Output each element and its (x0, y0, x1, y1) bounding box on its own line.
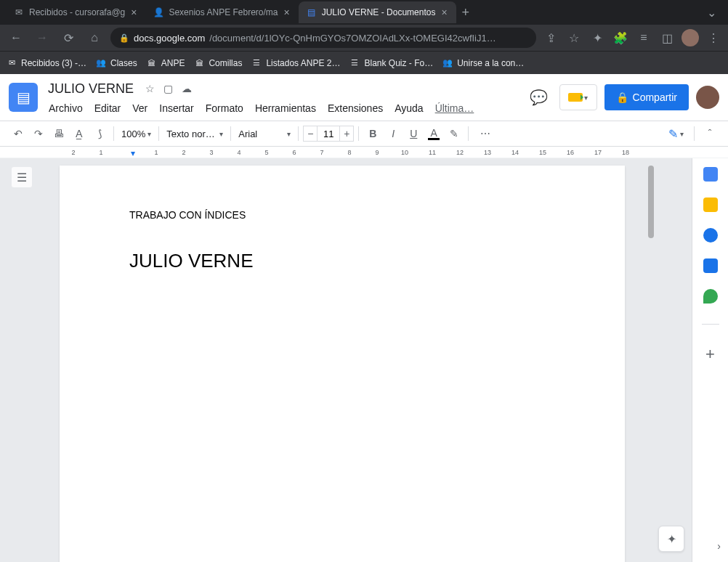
menu-insertar[interactable]: Insertar (154, 99, 198, 117)
close-icon[interactable]: × (283, 7, 291, 18)
extension-icon[interactable]: ✦ (589, 29, 606, 46)
horizontal-ruler[interactable]: ▾ 2 1 1 2 3 4 5 6 7 8 9 10 11 12 13 14 1… (0, 147, 728, 158)
teams-icon: 👥 (442, 57, 453, 69)
browser-tab-active[interactable]: ▤ JULIO VERNE - Documentos × (299, 1, 456, 23)
menu-editar[interactable]: Editar (89, 99, 126, 117)
menu-ver[interactable]: Ver (127, 99, 153, 117)
menu-ayuda[interactable]: Ayuda (389, 99, 428, 117)
print-button[interactable]: 🖶 (49, 124, 68, 143)
menu-formato[interactable]: Formato (201, 99, 248, 117)
italic-button[interactable]: I (384, 124, 403, 143)
document-scroll-area[interactable]: TRABAJO CON ÍNDICES JULIO VERNE (44, 158, 692, 562)
calendar-icon[interactable] (703, 167, 718, 182)
document-heading[interactable]: JULIO VERNE (129, 250, 555, 272)
back-button[interactable]: ← (6, 28, 26, 48)
kebab-menu-icon[interactable]: ⋮ (705, 29, 722, 46)
font-size-input[interactable] (318, 126, 339, 142)
close-icon[interactable]: × (129, 7, 138, 18)
menu-archivo[interactable]: Archivo (44, 99, 88, 117)
meet-button[interactable]: ▾ (559, 84, 597, 110)
tasks-icon[interactable] (703, 228, 718, 243)
menu-herramientas[interactable]: Herramientas (250, 99, 321, 117)
star-icon[interactable]: ☆ (565, 29, 583, 46)
font-select[interactable]: Arial▾ (235, 124, 294, 143)
zoom-value: 100% (121, 129, 145, 139)
tabs-dropdown-icon[interactable]: ⌄ (701, 6, 722, 20)
indent-marker-icon[interactable]: ▾ (131, 148, 135, 158)
explore-button[interactable]: ✦ (658, 526, 684, 552)
ruler-tick: 7 (308, 149, 336, 156)
account-avatar[interactable] (696, 86, 719, 109)
zoom-select[interactable]: 100%▾ (118, 124, 154, 143)
redo-button[interactable]: ↷ (29, 124, 48, 143)
increase-font-button[interactable]: + (339, 126, 354, 142)
menu-extensiones[interactable]: Extensiones (323, 99, 388, 117)
last-edit-link[interactable]: Última… (430, 99, 480, 117)
highlight-color-button[interactable]: ✎ (445, 124, 464, 143)
bookmark-item[interactable]: 🏛ANPE (146, 57, 185, 69)
home-button[interactable]: ⌂ (84, 28, 105, 48)
spellcheck-button[interactable]: A̲ (70, 124, 89, 143)
lock-icon: 🔒 (616, 91, 628, 103)
contacts-icon[interactable] (703, 258, 718, 273)
document-page[interactable]: TRABAJO CON ÍNDICES JULIO VERNE (60, 166, 625, 562)
collapse-toolbar-button[interactable]: ˆ (700, 124, 719, 143)
document-text[interactable]: TRABAJO CON ÍNDICES (129, 209, 555, 221)
sidepanel-icon[interactable]: ◫ (658, 29, 676, 46)
chevron-down-icon: ▾ (287, 130, 291, 138)
move-folder-icon[interactable]: ▢ (162, 81, 174, 96)
ruler-tick: 14 (501, 149, 529, 156)
paragraph-style-select[interactable]: Texto norm…▾ (163, 124, 226, 143)
cloud-save-icon[interactable]: ☁ (180, 81, 193, 96)
left-panel: ☰ (0, 158, 44, 562)
bookmark-item[interactable]: ✉Recibidos (3) -… (6, 57, 86, 69)
ruler-tick: 11 (418, 149, 446, 156)
bold-button[interactable]: B (363, 124, 382, 143)
underline-button[interactable]: U (404, 124, 423, 143)
font-value: Arial (238, 129, 257, 139)
editing-mode-button[interactable]: ✎▾ (664, 127, 688, 141)
share-button[interactable]: 🔒 Compartir (604, 84, 689, 110)
bookmark-item[interactable]: ☰Blank Quiz - Fo… (349, 57, 433, 69)
browser-tab[interactable]: ✉ Recibidos - cursorafa@g × (6, 1, 145, 23)
paint-format-button[interactable]: ⟆ (90, 124, 109, 143)
ruler-tick: 8 (336, 149, 363, 156)
outline-toggle-button[interactable]: ☰ (12, 167, 32, 187)
star-icon[interactable]: ☆ (144, 81, 156, 96)
document-title[interactable]: JULIO VERNE (44, 80, 138, 98)
keep-icon[interactable] (703, 197, 718, 212)
docs-home-button[interactable]: ▤ (9, 83, 38, 112)
profile-avatar[interactable] (682, 29, 699, 46)
undo-button[interactable]: ↶ (9, 124, 28, 143)
bookmark-item[interactable]: 👥Unirse a la con… (442, 57, 524, 69)
document-container: ☰ TRABAJO CON ÍNDICES JULIO VERNE + ✦ › (0, 158, 728, 562)
extensions-icon[interactable]: 🧩 (612, 29, 629, 46)
bookmark-item[interactable]: 🏛Comillas (193, 57, 242, 69)
reader-icon[interactable]: ≡ (635, 29, 652, 46)
comments-button[interactable]: 💬 (526, 84, 552, 110)
ruler-tick: 12 (446, 149, 474, 156)
bookmark-label: Clases (110, 58, 137, 68)
ruler-tick: 2 (170, 149, 198, 156)
close-icon[interactable]: × (440, 7, 448, 18)
reload-button[interactable]: ⟳ (58, 28, 78, 48)
scrollbar-thumb[interactable] (648, 166, 654, 238)
share-icon[interactable]: ⇪ (542, 29, 559, 46)
ruler-tick: 1 (87, 149, 115, 156)
address-bar[interactable]: 🔒 docs.google.com/document/d/1lOYc-QnHmG… (110, 28, 536, 48)
maps-icon[interactable] (703, 289, 718, 304)
new-tab-button[interactable]: + (456, 5, 476, 20)
more-tools-button[interactable]: ⋯ (476, 124, 495, 143)
ruler-tick: 6 (280, 149, 308, 156)
text-color-button[interactable]: A (424, 124, 443, 143)
camera-icon (568, 93, 583, 102)
collapse-sidepanel-button[interactable]: › (717, 540, 721, 552)
bookmark-item[interactable]: ☰Listados ANPE 2… (251, 57, 340, 69)
add-addon-button[interactable]: + (705, 345, 715, 364)
docs-icon: ▤ (306, 7, 318, 18)
browser-tab[interactable]: 👤 Sexenios ANPE Febrero/ma × (145, 1, 298, 23)
bookmark-label: Blank Quiz - Fo… (364, 58, 433, 68)
decrease-font-button[interactable]: − (303, 126, 318, 142)
bookmark-item[interactable]: 👥Clases (95, 57, 137, 69)
url-domain: docs.google.com (134, 33, 205, 44)
